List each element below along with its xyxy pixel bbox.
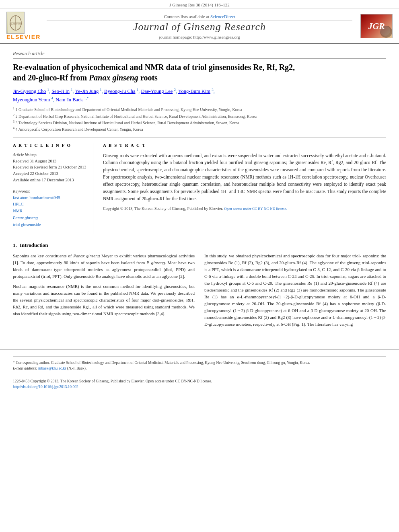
journal-citation: J Ginseng Res 38 (2014) 116–122 xyxy=(169,2,230,7)
email-label: E-mail address: xyxy=(13,366,37,370)
sciencedirect-link[interactable]: ScienceDirect xyxy=(210,14,235,19)
journal-header: ELSEVIER ELSEVIER Contents lists availab… xyxy=(0,8,399,44)
affiliation-2: 2 2 Department of Herbal Crop Research, … xyxy=(13,113,386,119)
intro-col-left: Saponins are key constituents of Panax g… xyxy=(13,253,195,331)
corresponding-note: * Corresponding author. Graduate School … xyxy=(13,360,386,366)
footer-divider-2 xyxy=(13,375,386,375)
affiliation-1: 1 1 Graduate School of Biotechnology and… xyxy=(13,106,386,113)
section-header-intro: 1. Introduction xyxy=(13,242,386,249)
article-type: Research article xyxy=(13,51,386,59)
abstract-title: A B S T R A C T xyxy=(103,143,386,149)
article-info-abstract: A R T I C L E I N F O Article history: R… xyxy=(13,138,386,234)
footer: * Corresponding author. Graduate School … xyxy=(0,349,399,396)
doi-line: http://dx.doi.org/10.1016/j.jgr.2013.10.… xyxy=(13,384,386,390)
issn-line: 1226-8453 Copyright © 2013, The Korean S… xyxy=(13,378,386,384)
cc-link: Open access under CC BY-NC-ND license. xyxy=(224,207,287,211)
elsevier-logo-area: ELSEVIER ELSEVIER xyxy=(6,12,47,40)
email-link[interactable]: nibaek@khu.ac.kr xyxy=(38,366,67,370)
affiliation-4: 4 4 Amorepacific Corporation Research an… xyxy=(13,126,386,132)
keyword-1: fast atom bombardment/MS xyxy=(13,195,87,201)
elsevier-text: ELSEVIER xyxy=(6,34,47,40)
svg-text:ELSEVIER: ELSEVIER xyxy=(9,22,22,25)
journal-logo: JGR xyxy=(360,14,393,38)
article-title: Re-evaluation of physicochemical and NMR… xyxy=(13,62,386,83)
received-date: Received 31 August 2013 xyxy=(13,158,87,164)
main-content: Research article Re-evaluation of physic… xyxy=(0,44,399,337)
journal-logo-area: JGR xyxy=(352,14,393,38)
copyright-line: Copyright © 2013, The Korean Society of … xyxy=(103,205,386,212)
keywords-block: Keywords: fast atom bombardment/MS HPLC … xyxy=(13,189,87,228)
abstract-column: A B S T R A C T Ginseng roots were extra… xyxy=(103,143,386,234)
keyword-2: HPLC xyxy=(13,201,87,208)
article-info-title: A R T I C L E I N F O xyxy=(13,143,87,149)
citation-bar: J Ginseng Res 38 (2014) 116–122 xyxy=(0,0,399,8)
accepted-date: Accepted 22 October 2013 xyxy=(13,170,87,177)
affiliations: 1 1 Graduate School of Biotechnology and… xyxy=(13,106,386,132)
section-title: Introduction xyxy=(20,242,48,248)
author-baek[interactable]: Nam-In Baek xyxy=(56,97,83,103)
elsevier-logo: ELSEVIER xyxy=(6,12,47,34)
affiliation-3: 3 3 Technology Services Division, Nation… xyxy=(13,119,386,126)
keyword-5: triol ginsenoside xyxy=(13,222,87,228)
article-info-column: A R T I C L E I N F O Article history: R… xyxy=(13,143,93,234)
elsevier-icon: ELSEVIER xyxy=(6,12,25,34)
author-jung[interactable]: Ye-Jin Jung xyxy=(75,88,99,94)
keyword-4: Panax ginseng xyxy=(13,215,87,222)
keywords-label: Keywords: xyxy=(13,189,87,193)
keywords-list: fast atom bombardment/MS HPLC NMR Panax … xyxy=(13,195,87,228)
abstract-text: Ginseng roots were extracted with aqueou… xyxy=(103,152,386,212)
doi-link[interactable]: http://dx.doi.org/10.1016/j.jgr.2013.10.… xyxy=(13,385,78,389)
journal-title-area: Contents lists available at ScienceDirec… xyxy=(47,12,352,39)
article-history: Article history: Received 31 August 2013… xyxy=(13,152,87,183)
intro-col-right: In this study, we obtained physicochemic… xyxy=(204,253,386,331)
title-line3: roots xyxy=(138,73,158,82)
author-yeom[interactable]: Myeonghun Yeom xyxy=(13,97,50,103)
title-line2: and 20-gluco-Rf from xyxy=(13,73,89,82)
contents-text: Contents lists available at xyxy=(164,14,209,19)
introduction-section: 1. Introduction Saponins are key constit… xyxy=(13,242,386,331)
intro-p1: Saponins are key constituents of Panax g… xyxy=(13,253,195,280)
intro-body-columns: Saponins are key constituents of Panax g… xyxy=(13,253,386,331)
title-italic: Panax ginseng xyxy=(89,73,138,82)
author-cha[interactable]: Byeong-Ju Cha xyxy=(104,88,135,94)
page-wrapper: J Ginseng Res 38 (2014) 116–122 ELSEVIER… xyxy=(0,0,399,396)
keyword-3: NMR xyxy=(13,208,87,215)
available-date: Available online 17 December 2013 xyxy=(13,177,87,183)
section-number: 1. xyxy=(13,242,17,248)
author-in[interactable]: Seo-Ji In xyxy=(51,88,70,94)
title-line1: Re-evaluation of physicochemical and NMR… xyxy=(13,63,295,72)
history-label: Article history: xyxy=(13,152,87,157)
author-lee[interactable]: Dae-Young Lee xyxy=(141,88,173,94)
intro-col2-p1: In this study, we obtained physicochemic… xyxy=(204,253,386,328)
footer-divider xyxy=(13,356,386,357)
authors-list: Jin-Gyeong Cho 1, Seo-Ji In 1, Ye-Jin Ju… xyxy=(13,87,386,104)
contents-bar: Contents lists available at ScienceDirec… xyxy=(47,12,352,21)
journal-homepage: journal homepage: http://www.ginsengres.… xyxy=(47,35,352,39)
intro-p2: Nuclear magnetic resonance (NMR) is the … xyxy=(13,283,195,317)
abstract-paragraph: Ginseng roots were extracted with aqueou… xyxy=(103,152,386,203)
revised-date: Received in Revised form 21 October 2013 xyxy=(13,164,87,170)
author-cho[interactable]: Jin-Gyeong Cho xyxy=(13,88,46,94)
journal-title: Journal of Ginseng Research xyxy=(47,21,352,33)
email-line: E-mail address: nibaek@khu.ac.kr (N.-I. … xyxy=(13,366,386,371)
author-kim[interactable]: Yong-Bum Kim xyxy=(178,88,210,94)
